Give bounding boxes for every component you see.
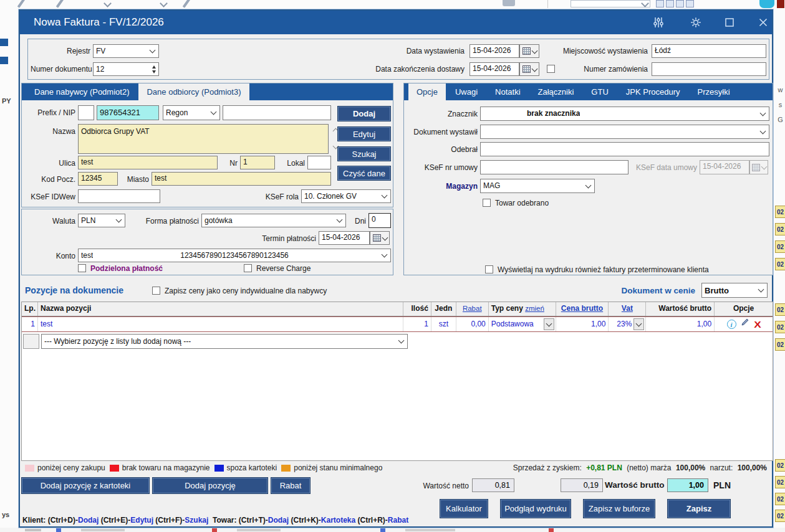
save-prices-checkbox[interactable] — [152, 287, 160, 295]
data-wystawienia-label: Data wystawienia — [340, 44, 465, 58]
zapisz-w-buforze-button[interactable]: Zapisz w buforze — [583, 499, 655, 518]
row-rabat[interactable]: 0,00 — [456, 317, 489, 331]
zapisz-button[interactable]: Zapisz — [667, 499, 731, 518]
nr-field[interactable]: 1 — [240, 156, 275, 169]
nip-field[interactable]: 987654321 — [97, 105, 159, 120]
dodaj-button[interactable]: Dodaj — [337, 106, 391, 121]
miejscowosc-label: Miejscowość wystawienia — [541, 44, 648, 58]
ksef-rola-select[interactable]: 10. Członek GV — [301, 189, 391, 203]
data-zakonczenia-field[interactable]: 15-04-2026 — [470, 62, 519, 76]
rejestr-label: Rejestr — [31, 44, 90, 58]
buyer-tab[interactable]: Dane nabywcy (Podmiot2) — [26, 83, 137, 100]
legend-label: poniżej stanu minimalnego — [294, 463, 382, 472]
magazyn-select[interactable]: MAG — [480, 179, 595, 193]
lokal-field[interactable] — [307, 156, 331, 169]
legend-label: poniżej ceny zakupu — [37, 463, 105, 472]
ksef-nr-umowy-field[interactable] — [480, 160, 628, 174]
maximize-icon[interactable] — [722, 16, 737, 29]
rejestr-select[interactable]: FV — [93, 44, 159, 58]
miejscowosc-field[interactable]: Łódź — [652, 44, 766, 58]
szukaj-button[interactable]: Szukaj — [337, 146, 391, 161]
row-vat[interactable]: 23% — [609, 317, 646, 331]
numer-dokumentu-stepper[interactable]: 12 — [93, 62, 159, 76]
dokument-wystawil-select[interactable] — [480, 125, 769, 139]
typ-ceny-dropdown-icon[interactable] — [544, 318, 554, 330]
wyswietlaj-checkbox[interactable] — [485, 265, 493, 273]
kod-pocz-field[interactable]: 12345 — [78, 172, 118, 186]
options-tab[interactable]: GTU — [583, 83, 616, 100]
konto-select[interactable]: test 12345678901234567890123456 — [78, 249, 391, 262]
options-tab[interactable]: Uwagi — [447, 83, 486, 100]
rabat-link[interactable]: Rabat — [463, 305, 482, 312]
filters-icon[interactable] — [651, 16, 666, 29]
rabat-button[interactable]: Rabat — [271, 477, 311, 494]
cena-brutto-link[interactable]: Cena brutto — [561, 304, 603, 313]
row-ilosc[interactable]: 1 — [403, 317, 431, 331]
item-row[interactable]: 1 test 1 szt 0,00 Podstawowa 1,00 23% 1,… — [22, 316, 773, 332]
row-cena-brutto[interactable]: 1,00 — [556, 317, 609, 331]
spinner-arrows-icon[interactable] — [152, 65, 156, 74]
add-item-select[interactable]: --- Wybierz pozycję z listy lub dodaj no… — [41, 334, 408, 349]
background-grid-icon — [656, 0, 664, 7]
invoice-dialog: Nowa Faktura - FV/12/2026 Rejestr FV Num… — [19, 9, 773, 528]
legend-item: poniżej stanu minimalnego — [281, 463, 382, 472]
dni-field[interactable]: 0 — [368, 213, 391, 228]
czysc-dane-button[interactable]: Czyść dane — [337, 166, 391, 181]
calendar-icon[interactable] — [519, 62, 539, 76]
odebral-field[interactable] — [480, 142, 769, 156]
ksef-idwew-field[interactable] — [78, 189, 160, 203]
data-wystawienia-field[interactable]: 15-04-2026 — [470, 44, 519, 58]
podzielona-platnosc-checkbox[interactable] — [78, 264, 86, 272]
options-tab[interactable]: Opcje — [408, 83, 446, 100]
options-tabbar: OpcjeUwagiNotatkiZałącznikiGTUJPK Proced… — [404, 83, 773, 100]
waluta-select[interactable]: PLN — [78, 214, 125, 227]
buyer-tab[interactable]: Dane odbiorcy (Podmiot3) — [138, 83, 249, 100]
shortcut-segment: Towar: (Ctrl+T)- — [208, 516, 267, 525]
miasto-field[interactable]: test — [152, 172, 331, 186]
prefix-field[interactable] — [78, 105, 94, 120]
ulica-field[interactable]: test — [78, 156, 218, 169]
calendar-icon[interactable] — [370, 231, 390, 245]
col-nazwa: Nazwa pozycji — [38, 302, 403, 316]
znacznik-select[interactable]: brak znacznika — [480, 107, 769, 121]
kalkulator-button[interactable]: Kalkulator — [440, 499, 488, 518]
gear-icon[interactable] — [688, 16, 703, 29]
price-mode-select[interactable]: Brutto — [701, 283, 768, 298]
delete-x-icon[interactable]: X — [754, 320, 761, 329]
zmien-link[interactable]: zmień — [525, 305, 544, 312]
podglad-wydruku-button[interactable]: Podgląd wydruku — [500, 499, 571, 518]
termin-platnosci-label: Termin płatności — [228, 232, 316, 245]
options-tab[interactable]: Przesyłki — [690, 83, 738, 100]
nazwa-field[interactable]: Odbiorca Grupy VAT — [78, 124, 329, 154]
close-icon[interactable] — [756, 16, 771, 29]
row-typ-ceny[interactable]: Podstawowa — [489, 317, 556, 331]
vat-link[interactable]: Vat — [622, 304, 633, 313]
col-vat: Vat — [609, 302, 646, 316]
background-red-icon — [777, 0, 784, 8]
dodaj-pozycje-kartoteki-button[interactable]: Dodaj pozycję z kartoteki — [21, 477, 150, 494]
options-tab[interactable]: Notatki — [487, 83, 528, 100]
background-bar — [0, 57, 8, 64]
regon-select[interactable]: Regon — [163, 105, 220, 120]
row-wartosc-brutto[interactable]: 1,00 — [646, 317, 715, 331]
edytuj-button[interactable]: Edytuj — [337, 126, 391, 141]
vat-dropdown-icon[interactable] — [633, 318, 644, 330]
numer-zamowienia-field[interactable] — [652, 62, 766, 76]
row-nazwa[interactable]: test — [38, 317, 403, 331]
row-jedn[interactable]: szt — [431, 317, 456, 331]
towar-odebrano-checkbox[interactable] — [483, 199, 491, 207]
forma-platnosci-select[interactable]: gotówka — [201, 214, 346, 227]
edit-pencil-icon[interactable] — [741, 317, 750, 331]
info-icon[interactable]: i — [727, 320, 736, 329]
regon-value-field[interactable] — [223, 105, 331, 120]
add-item-row: --- Wybierz pozycję z listy lub dodaj no… — [23, 333, 408, 349]
reverse-charge-checkbox[interactable] — [244, 264, 252, 272]
dodaj-pozycje-button[interactable]: Dodaj pozycję — [152, 477, 268, 494]
document-header-box: Rejestr FV Numer dokumentu 12 Data wysta… — [27, 39, 769, 80]
add-row-handle[interactable] — [23, 334, 39, 349]
legend-item: poniżej ceny zakupu — [25, 463, 105, 472]
termin-platnosci-field[interactable]: 15-04-2026 — [319, 231, 370, 245]
options-tab[interactable]: JPK Procedury — [618, 83, 688, 100]
options-tab[interactable]: Załączniki — [530, 83, 582, 100]
calendar-icon[interactable] — [519, 44, 539, 58]
